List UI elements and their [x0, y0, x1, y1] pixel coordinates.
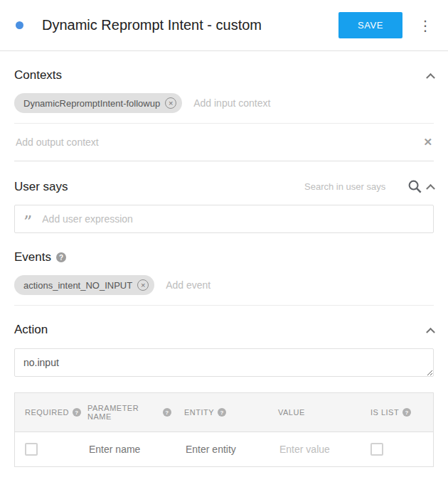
value-cell — [268, 432, 361, 466]
events-title-label: Events — [14, 250, 51, 264]
contexts-collapse-chevron-icon[interactable] — [426, 73, 435, 82]
required-checkbox[interactable] — [25, 443, 38, 456]
kebab-menu-icon[interactable]: ⋮ — [414, 16, 437, 36]
action-collapse-chevron-icon[interactable] — [426, 327, 435, 336]
contexts-title: Contexts — [14, 68, 62, 82]
intent-title[interactable]: Dynamic Reprompt Intent - custom — [42, 17, 338, 33]
event-chip-label: actions_intent_NO_INPUT — [23, 280, 132, 291]
remove-input-context-icon[interactable]: × — [165, 97, 176, 109]
input-context-chip: DynamicRepromptIntent-followup × — [14, 93, 182, 113]
parameters-table: REQUIRED ? PARAMETER NAME ? ENTITY ? VAL… — [14, 392, 434, 467]
intent-form: Contexts DynamicRepromptIntent-followup … — [0, 68, 448, 467]
intent-header: Dynamic Reprompt Intent - custom SAVE ⋮ — [0, 0, 448, 51]
entity-help-icon[interactable]: ? — [218, 408, 226, 417]
parameter-name-cell — [78, 432, 174, 466]
value-column-header: VALUE — [268, 393, 361, 432]
action-name-field[interactable]: no.input — [14, 348, 434, 377]
input-context-chip-label: DynamicRepromptIntent-followup — [23, 98, 160, 109]
save-button[interactable]: SAVE — [338, 12, 402, 38]
input-contexts-row: DynamicRepromptIntent-followup × — [14, 82, 434, 124]
value-field[interactable] — [278, 443, 358, 456]
parameter-name-column-header: PARAMETER NAME ? — [78, 393, 174, 432]
entity-field[interactable] — [184, 443, 265, 456]
action-section-header: Action — [14, 323, 434, 337]
parameter-name-help-icon[interactable]: ? — [163, 408, 171, 417]
user-says-collapse-chevron-icon[interactable] — [426, 184, 435, 193]
output-context-row: ✕ — [14, 124, 434, 161]
is-list-column-header: IS LIST ? — [361, 393, 433, 432]
search-user-says-input[interactable] — [303, 181, 402, 193]
parameters-header-row: REQUIRED ? PARAMETER NAME ? ENTITY ? VAL… — [15, 393, 433, 432]
user-says-section-header: User says — [14, 178, 434, 195]
is-list-checkbox[interactable] — [370, 443, 383, 456]
required-cell — [15, 432, 78, 466]
required-column-header: REQUIRED ? — [15, 393, 78, 432]
action-title: Action — [14, 323, 48, 337]
add-input-context-field[interactable] — [192, 97, 324, 109]
events-section-header: Events ? — [14, 250, 434, 264]
events-row: actions_intent_NO_INPUT × — [14, 264, 434, 306]
events-help-icon[interactable]: ? — [56, 252, 66, 262]
event-chip: actions_intent_NO_INPUT × — [14, 275, 154, 295]
parameter-row — [15, 432, 433, 466]
intent-type-dot-icon — [16, 21, 23, 29]
parameter-name-field[interactable] — [87, 443, 171, 456]
add-event-field[interactable] — [164, 279, 296, 291]
user-expression-box: ” — [14, 205, 434, 233]
events-title: Events ? — [14, 250, 66, 264]
is-list-cell — [361, 432, 433, 466]
remove-event-icon[interactable]: × — [137, 279, 149, 291]
entity-column-header: ENTITY ? — [174, 393, 268, 432]
add-user-expression-field[interactable] — [41, 213, 425, 225]
search-icon[interactable] — [407, 178, 423, 195]
contexts-section-header: Contexts — [14, 68, 434, 82]
user-says-title: User says — [14, 180, 68, 194]
is-list-help-icon[interactable]: ? — [402, 408, 411, 417]
clear-contexts-icon[interactable]: ✕ — [422, 136, 434, 149]
add-output-context-field[interactable] — [14, 136, 146, 149]
entity-cell — [174, 432, 268, 466]
user-says-controls — [303, 178, 434, 195]
